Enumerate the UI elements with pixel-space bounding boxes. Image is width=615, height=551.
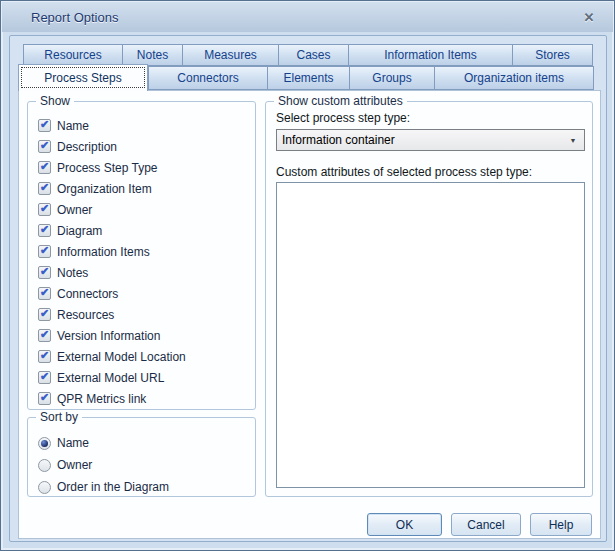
radio-unselected-icon[interactable]	[38, 481, 51, 494]
checkbox-label: Notes	[57, 266, 88, 280]
checkbox-label: Process Step Type	[57, 161, 158, 175]
tab-row-2: Process Steps Connectors Elements Groups…	[18, 66, 594, 90]
checkbox-checked-icon[interactable]: ✔	[38, 182, 51, 195]
radio-label: Order in the Diagram	[57, 480, 169, 494]
tab-measures[interactable]: Measures	[183, 44, 279, 66]
checkbox-checked-icon[interactable]: ✔	[38, 203, 51, 216]
dialog-button-row: OK Cancel Help	[367, 513, 592, 536]
tab-cases[interactable]: Cases	[279, 44, 349, 66]
tab-notes[interactable]: Notes	[123, 44, 183, 66]
checkbox-label: Name	[57, 119, 89, 133]
show-custom-attributes-groupbox: Show custom attributes Select process st…	[265, 101, 593, 497]
radio-row-order-in-the-diagram[interactable]: Order in the Diagram	[38, 476, 169, 498]
show-groupbox: Show ✔Name ✔Description ✔Process Step Ty…	[27, 101, 256, 410]
checkbox-row-information-items[interactable]: ✔Information Items	[38, 241, 186, 262]
tab-connectors[interactable]: Connectors	[148, 66, 268, 90]
sort-by-group-title: Sort by	[36, 410, 82, 424]
tab-elements[interactable]: Elements	[268, 66, 350, 90]
show-checkbox-list: ✔Name ✔Description ✔Process Step Type ✔O…	[38, 115, 186, 409]
checkbox-row-notes[interactable]: ✔Notes	[38, 262, 186, 283]
radio-label: Name	[57, 436, 89, 450]
dialog-title: Report Options	[2, 10, 118, 25]
combobox-value: Information container	[277, 133, 562, 147]
titlebar: Report Options ✕	[2, 2, 613, 32]
custom-attributes-listbox[interactable]	[276, 182, 585, 488]
checkbox-label: Organization Item	[57, 182, 152, 196]
process-steps-tab-page: Show ✔Name ✔Description ✔Process Step Ty…	[18, 90, 601, 539]
checkbox-row-resources[interactable]: ✔Resources	[38, 304, 186, 325]
tab-row-1: Resources Notes Measures Cases Informati…	[23, 44, 593, 66]
show-group-title: Show	[36, 94, 74, 108]
tab-stores[interactable]: Stores	[513, 44, 593, 66]
custom-attributes-group-title: Show custom attributes	[274, 94, 407, 108]
close-icon[interactable]: ✕	[578, 8, 600, 26]
checkbox-row-diagram[interactable]: ✔Diagram	[38, 220, 186, 241]
tab-organization-items[interactable]: Organization items	[435, 66, 594, 90]
sort-by-groupbox: Sort by Name Owner Order in the Diagram	[27, 417, 256, 497]
checkbox-label: Connectors	[57, 287, 118, 301]
tab-groups[interactable]: Groups	[350, 66, 435, 90]
tab-information-items[interactable]: Information Items	[349, 44, 513, 66]
checkbox-label: Version Information	[57, 329, 160, 343]
checkbox-row-description[interactable]: ✔Description	[38, 136, 186, 157]
checkbox-checked-icon[interactable]: ✔	[38, 119, 51, 132]
checkbox-checked-icon[interactable]: ✔	[38, 245, 51, 258]
checkbox-row-version-information[interactable]: ✔Version Information	[38, 325, 186, 346]
checkbox-checked-icon[interactable]: ✔	[38, 161, 51, 174]
checkbox-checked-icon[interactable]: ✔	[38, 224, 51, 237]
chevron-down-icon[interactable]: ▼	[562, 130, 584, 150]
tab-control-panel: Resources Notes Measures Cases Informati…	[9, 35, 607, 542]
ok-button[interactable]: OK	[367, 513, 442, 536]
checkbox-checked-icon[interactable]: ✔	[38, 287, 51, 300]
checkbox-label: Owner	[57, 203, 92, 217]
help-button[interactable]: Help	[530, 513, 592, 536]
checkbox-label: Diagram	[57, 224, 102, 238]
checkbox-checked-icon[interactable]: ✔	[38, 392, 51, 405]
custom-attributes-list-label: Custom attributes of selected process st…	[276, 165, 532, 179]
tab-process-steps[interactable]: Process Steps	[18, 64, 148, 91]
checkbox-checked-icon[interactable]: ✔	[38, 371, 51, 384]
cancel-button[interactable]: Cancel	[451, 513, 521, 536]
checkbox-checked-icon[interactable]: ✔	[38, 350, 51, 363]
checkbox-row-qpr-metrics-link[interactable]: ✔QPR Metrics link	[38, 388, 186, 409]
checkbox-row-owner[interactable]: ✔Owner	[38, 199, 186, 220]
checkbox-row-organization-item[interactable]: ✔Organization Item	[38, 178, 186, 199]
checkbox-label: Description	[57, 140, 117, 154]
checkbox-row-name[interactable]: ✔Name	[38, 115, 186, 136]
radio-row-name[interactable]: Name	[38, 432, 169, 454]
checkbox-row-connectors[interactable]: ✔Connectors	[38, 283, 186, 304]
select-process-step-type-label: Select process step type:	[276, 111, 410, 125]
radio-unselected-icon[interactable]	[38, 459, 51, 472]
checkbox-label: Resources	[57, 308, 114, 322]
checkbox-label: QPR Metrics link	[57, 392, 146, 406]
checkbox-checked-icon[interactable]: ✔	[38, 140, 51, 153]
checkbox-row-process-step-type[interactable]: ✔Process Step Type	[38, 157, 186, 178]
checkbox-checked-icon[interactable]: ✔	[38, 329, 51, 342]
report-options-dialog: Report Options ✕ Resources Notes Measure…	[0, 0, 615, 551]
checkbox-checked-icon[interactable]: ✔	[38, 266, 51, 279]
checkbox-row-external-model-location[interactable]: ✔External Model Location	[38, 346, 186, 367]
checkbox-label: Information Items	[57, 245, 150, 259]
sort-by-radio-list: Name Owner Order in the Diagram	[38, 432, 169, 498]
checkbox-row-external-model-url[interactable]: ✔External Model URL	[38, 367, 186, 388]
radio-label: Owner	[57, 458, 92, 472]
radio-row-owner[interactable]: Owner	[38, 454, 169, 476]
checkbox-checked-icon[interactable]: ✔	[38, 308, 51, 321]
checkbox-label: External Model Location	[57, 350, 186, 364]
radio-selected-icon[interactable]	[38, 437, 51, 450]
tab-resources[interactable]: Resources	[23, 44, 123, 66]
checkbox-label: External Model URL	[57, 371, 164, 385]
process-step-type-combobox[interactable]: Information container ▼	[276, 129, 585, 151]
